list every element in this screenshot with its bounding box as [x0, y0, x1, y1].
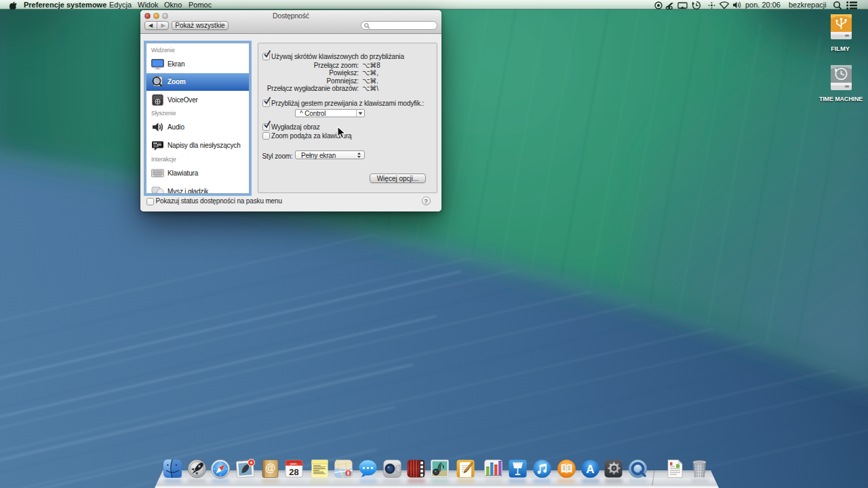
svg-text:@: @	[264, 462, 275, 474]
svg-text:A: A	[586, 463, 594, 476]
svg-text:28: 28	[289, 467, 298, 477]
svg-text:pon.: pon.	[290, 462, 298, 466]
